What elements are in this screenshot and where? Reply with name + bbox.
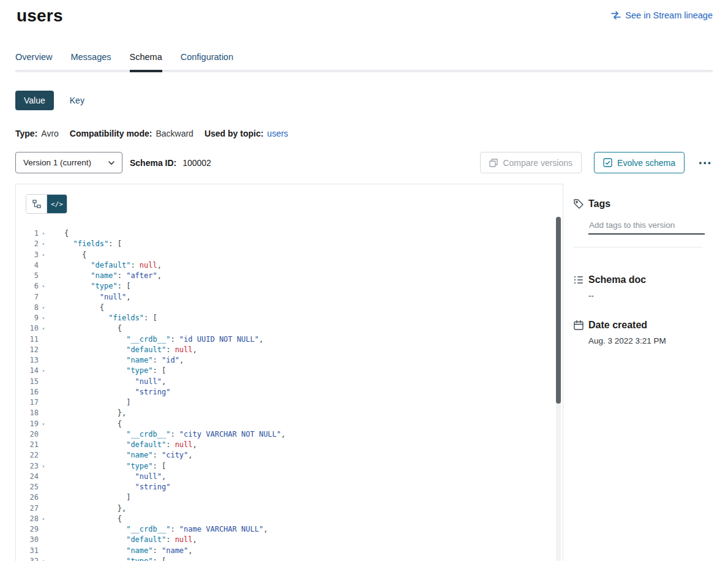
fold-arrow-icon[interactable]: ▾ (39, 228, 48, 239)
fold-arrow-icon[interactable]: ▾ (39, 303, 48, 313)
stream-lineage-label: See in Stream lineage (625, 10, 713, 20)
schema-toolbar: Version 1 (current) Schema ID: 100002 Co… (15, 152, 713, 173)
code-view-button[interactable]: </> (47, 195, 67, 213)
fold-arrow-icon[interactable]: ▾ (39, 556, 48, 561)
fold-arrow-icon[interactable]: ▾ (39, 323, 48, 334)
editor-scrollbar[interactable] (556, 217, 561, 561)
tab-configuration[interactable]: Configuration (181, 48, 233, 70)
scrollbar-thumb[interactable] (556, 217, 561, 404)
schema-content: </> 1▾{2▾ "fields": [3▾ {4 "default": nu… (15, 184, 713, 561)
line-number: 11 (16, 334, 39, 345)
version-select[interactable]: Version 1 (current) (15, 152, 122, 173)
code-text: "type": [ (48, 556, 166, 561)
tab-schema[interactable]: Schema (130, 48, 162, 72)
code-text: "null", (48, 377, 166, 387)
page-title: users (17, 6, 63, 26)
date-created-header: Date created (573, 320, 713, 331)
fold-spacer (39, 292, 48, 303)
line-number: 20 (16, 429, 39, 440)
code-line: 20 "__crdb__": "city VARCHAR NOT NULL", (16, 429, 553, 440)
fold-spacer (39, 377, 48, 387)
line-number: 4 (16, 260, 39, 271)
fold-spacer (39, 387, 48, 397)
code-text: { (48, 228, 69, 239)
calendar-icon (573, 320, 584, 331)
sidebar-divider (573, 247, 703, 247)
stream-lineage-link[interactable]: See in Stream lineage (611, 10, 713, 20)
code-text: "default": null, (48, 260, 162, 271)
line-number: 15 (16, 377, 39, 387)
evolve-schema-button[interactable]: Evolve schema (594, 152, 685, 173)
line-number: 23 (16, 461, 39, 472)
fold-spacer (39, 271, 48, 281)
line-number: 31 (16, 546, 39, 556)
used-by-topic-label: Used by topic: (205, 129, 263, 138)
tab-messages[interactable]: Messages (70, 48, 111, 70)
schema-doc-value: -- (588, 291, 713, 300)
line-number: 2 (16, 239, 39, 249)
code-line: 31 "name": "name", (16, 546, 553, 556)
tree-view-button[interactable] (26, 195, 47, 213)
code-line: 16 "string" (16, 387, 553, 397)
fold-arrow-icon[interactable]: ▾ (39, 461, 48, 472)
line-number: 13 (16, 355, 39, 366)
schema-id-value: 100002 (182, 158, 211, 168)
line-number: 27 (16, 503, 39, 514)
more-options-button[interactable]: ⋯ (697, 157, 713, 168)
code-line: 5 "name": "after", (16, 271, 553, 281)
line-number: 9 (16, 313, 39, 323)
line-number: 5 (16, 271, 39, 281)
key-toggle-button[interactable]: Key (70, 96, 84, 105)
code-text: "default": null, (48, 345, 197, 355)
type-value: Avro (41, 129, 59, 138)
code-line: 29 "__crdb__": "name VARCHAR NULL", (16, 524, 553, 535)
code-line: 9▾ "fields": [ (16, 313, 553, 323)
compare-versions-button[interactable]: Compare versions (480, 152, 582, 173)
code-text: "null", (48, 472, 166, 482)
topic-link[interactable]: users (267, 129, 288, 138)
tag-icon (573, 198, 584, 209)
fold-spacer (39, 334, 48, 345)
fold-spacer (39, 397, 48, 408)
fold-spacer (39, 260, 48, 271)
code-line: 30 "default": null, (16, 535, 553, 545)
stream-lineage-icon (611, 11, 621, 20)
code-line: 1▾{ (16, 228, 553, 239)
code-text: "__crdb__": "id UUID NOT NULL", (48, 334, 263, 345)
fold-arrow-icon[interactable]: ▾ (39, 313, 48, 323)
fold-arrow-icon[interactable]: ▾ (39, 419, 48, 429)
code-text: "string" (48, 387, 170, 397)
tags-title: Tags (588, 198, 610, 209)
code-line: 17 ] (16, 397, 553, 408)
value-key-toggle: Value Key (15, 91, 713, 110)
fold-spacer (39, 355, 48, 366)
line-number: 19 (16, 419, 39, 429)
code-line: 25 "string" (16, 482, 553, 492)
line-number: 22 (16, 450, 39, 461)
code-text: "name": "city", (48, 450, 193, 461)
tags-input[interactable] (588, 219, 705, 235)
code-editor[interactable]: 1▾{2▾ "fields": [3▾ {4 "default": null,5… (16, 228, 553, 561)
code-line: 3▾ { (16, 250, 553, 260)
chevron-down-icon (108, 161, 114, 165)
fold-spacer (39, 408, 48, 418)
fold-spacer (39, 535, 48, 545)
code-text: "type": [ (48, 461, 166, 472)
fold-arrow-icon[interactable]: ▾ (39, 250, 48, 260)
line-number: 16 (16, 387, 39, 397)
value-toggle-button[interactable]: Value (15, 91, 54, 110)
code-line: 28▾ { (16, 514, 553, 524)
fold-arrow-icon[interactable]: ▾ (39, 366, 48, 376)
code-line: 10▾ { (16, 323, 553, 334)
tab-overview[interactable]: Overview (15, 48, 52, 70)
compare-versions-label: Compare versions (503, 158, 572, 168)
evolve-schema-label: Evolve schema (617, 158, 675, 168)
schema-doc-section: Schema doc -- (573, 274, 713, 300)
code-text: "name": "id", (48, 355, 184, 366)
line-number: 26 (16, 492, 39, 503)
fold-arrow-icon[interactable]: ▾ (39, 281, 48, 292)
fold-arrow-icon[interactable]: ▾ (39, 239, 48, 249)
fold-arrow-icon[interactable]: ▾ (39, 514, 48, 524)
code-text: { (48, 250, 86, 260)
line-number: 6 (16, 281, 39, 292)
